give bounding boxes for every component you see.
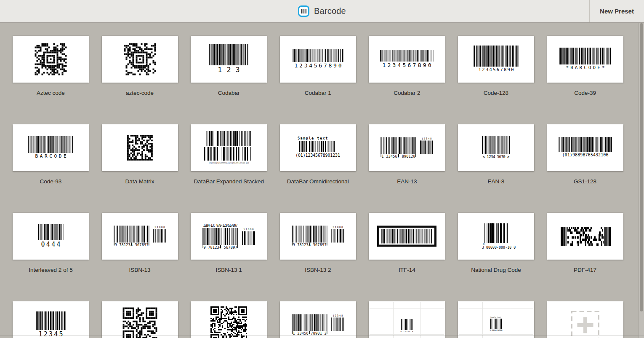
barcode-preview bbox=[547, 301, 623, 338]
barcode-preview bbox=[547, 213, 623, 260]
svg-text:1234567890: 1234567890 bbox=[294, 62, 341, 69]
preset-label: ITF-14 bbox=[369, 267, 445, 273]
barcode-preview-card[interactable]: BARCODE bbox=[13, 124, 89, 171]
preset-label: EAN-8 bbox=[458, 178, 534, 185]
barcode-preview-card[interactable]: N3 00000-000-10 0 bbox=[458, 213, 534, 260]
barcode-preview: 1234567890 bbox=[280, 36, 356, 83]
barcode-preview bbox=[102, 36, 178, 83]
preset-label: DataBar Omnidirectional bbox=[280, 178, 356, 185]
preset-tile[interactable]: 1 234567 89012812345 EAN-13 bbox=[369, 124, 445, 184]
svg-text:< 1234 5670 >: < 1234 5670 > bbox=[482, 155, 510, 159]
svg-text:12345: 12345 bbox=[422, 137, 432, 140]
preset-tile[interactable]: *BARCODE* Code-39 bbox=[547, 36, 623, 96]
scrollbar-thumb[interactable] bbox=[640, 23, 643, 311]
preset-label: DataBar Expanded Stacked bbox=[191, 178, 267, 185]
preset-tile[interactable]: BARCODE Code-93 bbox=[13, 124, 89, 184]
preset-tile[interactable]: 123 Codabar bbox=[191, 36, 267, 96]
preset-label: Interleaved 2 of 5 bbox=[13, 267, 89, 273]
preset-tile[interactable] bbox=[102, 301, 178, 338]
barcode-preview-card[interactable]: 1 23456 78901 212345 bbox=[280, 301, 356, 338]
barcode-preview-card[interactable]: (01)90614141000015(17)140704(10)AB-123 bbox=[191, 124, 267, 171]
preset-tile[interactable]: ITF-14 bbox=[369, 213, 445, 273]
barcode-preview-card[interactable]: Sample text9 781234 567890 bbox=[458, 301, 534, 338]
barcode-preview-card[interactable]: 1234567890 bbox=[369, 36, 445, 83]
barcode-preview-card[interactable]: *BARCODE* bbox=[547, 36, 623, 83]
barcode-preview-card[interactable]: 123 bbox=[191, 36, 267, 83]
barcode-preview: BARCODE bbox=[13, 124, 89, 171]
barcode-preview-card[interactable]: Sample text(01)12345678901231 bbox=[280, 124, 356, 171]
preset-tile[interactable] bbox=[191, 301, 267, 338]
svg-text:ISBN-13: 978-1234567897: ISBN-13: 978-1234567897 bbox=[203, 224, 238, 228]
barcode-preview-card[interactable]: 1 234567 89012812345 bbox=[369, 124, 445, 171]
barcode-preview bbox=[13, 36, 89, 83]
barcode-preview-card[interactable] bbox=[191, 301, 267, 338]
preset-tile[interactable]: 0 12345 6 bbox=[369, 301, 445, 338]
svg-text:1234567890: 1234567890 bbox=[383, 62, 431, 68]
barcode-preview: Sample text(01)12345678901231 bbox=[280, 124, 356, 171]
preset-tile[interactable]: < 1234 5670 > EAN-8 bbox=[458, 124, 534, 184]
svg-text:0 12345 6: 0 12345 6 bbox=[401, 330, 413, 333]
barcode-preview: 0444 bbox=[13, 213, 89, 260]
preset-label: National Drug Code bbox=[458, 267, 534, 273]
barcode-preview: 1 23456 78901 212345 bbox=[280, 301, 356, 338]
barcode-preview-card[interactable]: < 1234 5670 > bbox=[458, 124, 534, 171]
preset-tile[interactable]: Sample text(01)12345678901231 DataBar Om… bbox=[280, 124, 356, 184]
barcode-preview-card[interactable] bbox=[369, 213, 445, 260]
barcode-preview bbox=[102, 124, 178, 171]
preset-tile[interactable]: 1 23456 78901 212345 bbox=[280, 301, 356, 338]
barcode-preview-card[interactable]: 9 781234 56789751000 bbox=[280, 213, 356, 260]
preset-tile[interactable]: Aztec code bbox=[13, 36, 89, 96]
barcode-preview: *BARCODE* bbox=[547, 36, 623, 83]
preset-tile[interactable]: 1234567890 Code-128 bbox=[458, 36, 534, 96]
barcode-preview: 1234567890 bbox=[458, 36, 534, 83]
add-preset-tile[interactable] bbox=[547, 301, 623, 338]
preset-tile[interactable]: PDF-417 bbox=[547, 213, 623, 273]
barcode-preview-card[interactable] bbox=[547, 301, 623, 338]
preset-tile[interactable]: 1234567890 Codabar 2 bbox=[369, 36, 445, 96]
svg-text:Sample text: Sample text bbox=[490, 316, 501, 318]
preset-label: Code-39 bbox=[547, 90, 623, 96]
barcode-preview-card[interactable]: ISBN-13: 978-12345678979 781234 56789751… bbox=[191, 213, 267, 260]
preset-tile[interactable]: 9 781234 56789751000 ISBN-13 2 bbox=[280, 213, 356, 273]
app-title-group: Barcode bbox=[298, 5, 346, 17]
barcode-preview: 9 781234 56789751000 bbox=[280, 213, 356, 260]
preset-tile[interactable]: 12345 bbox=[13, 301, 89, 338]
preset-tile[interactable]: Data Matrix bbox=[102, 124, 178, 184]
preset-tile[interactable]: 9 781234 56789751000 ISBN-13 bbox=[102, 213, 178, 273]
barcode-preview-card[interactable] bbox=[102, 124, 178, 171]
barcode-preview-card[interactable]: 1234567890 bbox=[458, 36, 534, 83]
svg-text:12345: 12345 bbox=[39, 330, 63, 338]
preset-tile[interactable]: Sample text9 781234 567890 bbox=[458, 301, 534, 338]
svg-text:12345: 12345 bbox=[333, 314, 343, 317]
barcode-preview bbox=[102, 301, 178, 338]
preset-tile[interactable]: (01)98898765432106 GS1-128 bbox=[547, 124, 623, 184]
barcode-preview-card[interactable]: 9 781234 56789751000 bbox=[102, 213, 178, 260]
barcode-preview-card[interactable]: (01)98898765432106 bbox=[547, 124, 623, 171]
barcode-preview-card[interactable] bbox=[102, 301, 178, 338]
barcode-preview: 1 234567 89012812345 bbox=[369, 124, 445, 171]
svg-text:1 23456 78901 2: 1 23456 78901 2 bbox=[293, 331, 326, 335]
preset-label: Codabar 2 bbox=[369, 90, 445, 96]
barcode-preview-card[interactable] bbox=[102, 36, 178, 83]
barcode-preview-card[interactable]: 0 12345 6 bbox=[369, 301, 445, 338]
preset-tile[interactable]: 1234567890 Codabar 1 bbox=[280, 36, 356, 96]
svg-text:51000: 51000 bbox=[154, 225, 165, 228]
barcode-preview-card[interactable]: 0444 bbox=[13, 213, 89, 260]
barcode-preview: 12345 bbox=[13, 301, 89, 338]
svg-text:51000: 51000 bbox=[333, 225, 343, 228]
barcode-app-icon bbox=[298, 5, 309, 17]
scrollbar[interactable] bbox=[639, 23, 644, 338]
app-title: Barcode bbox=[314, 6, 346, 16]
barcode-preview-card[interactable] bbox=[547, 213, 623, 260]
preset-tile[interactable]: ISBN-13: 978-12345678979 781234 56789751… bbox=[191, 213, 267, 273]
preset-tile[interactable]: N3 00000-000-10 0 National Drug Code bbox=[458, 213, 534, 273]
preset-tile[interactable]: (01)90614141000015(17)140704(10)AB-123 D… bbox=[191, 124, 267, 184]
barcode-preview-card[interactable] bbox=[13, 36, 89, 83]
preset-tile[interactable]: aztec-code bbox=[102, 36, 178, 96]
preset-tile[interactable]: 0444 Interleaved 2 of 5 bbox=[13, 213, 89, 273]
barcode-preview-card[interactable]: 1234567890 bbox=[280, 36, 356, 83]
barcode-preview-card[interactable]: 12345 bbox=[13, 301, 89, 338]
new-preset-button[interactable]: New Preset bbox=[589, 0, 644, 22]
preset-label: PDF-417 bbox=[547, 267, 623, 273]
svg-text:0444: 0444 bbox=[41, 241, 61, 248]
